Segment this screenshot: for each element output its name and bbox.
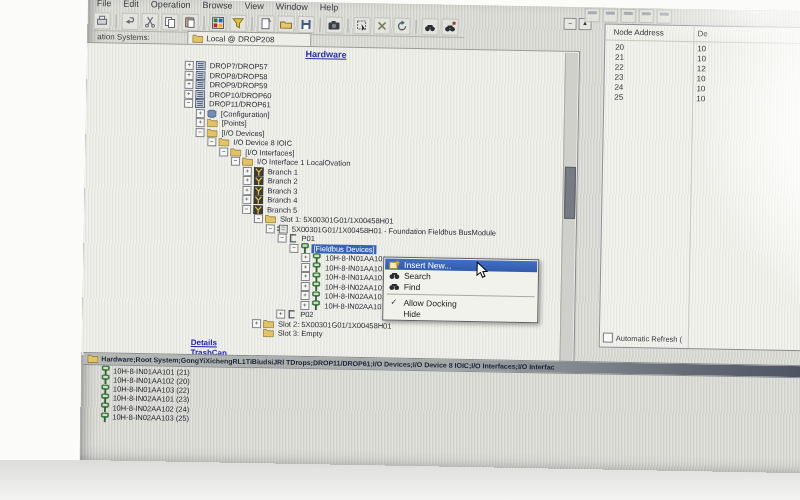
menu-operation[interactable]: Operation xyxy=(146,0,196,12)
select-icon[interactable] xyxy=(353,17,370,34)
expand-toggle[interactable]: − xyxy=(266,224,275,233)
expand-toggle[interactable]: + xyxy=(185,61,194,70)
expand-toggle[interactable]: − xyxy=(207,137,216,146)
automatic-refresh-label: Automatic Refresh ( xyxy=(616,333,682,343)
cut-icon[interactable] xyxy=(141,13,158,30)
expand-toggle[interactable]: + xyxy=(243,166,252,175)
expand-toggle[interactable]: − xyxy=(254,214,263,223)
expand-toggle[interactable]: − xyxy=(278,234,287,243)
close-icon[interactable] xyxy=(621,9,636,23)
column-header-device[interactable]: De xyxy=(697,29,707,38)
folder-icon xyxy=(242,157,253,166)
node-row-0-col-1[interactable]: 10 xyxy=(697,44,706,53)
menu-browse[interactable]: Browse xyxy=(197,0,237,13)
hardware-path-panel: Hardware;Root System;GongYiXichengRL1TiB… xyxy=(80,352,800,475)
expand-toggle[interactable]: + xyxy=(301,272,310,281)
node-row-5-col-0[interactable]: 25 xyxy=(614,93,623,102)
pin-icon[interactable] xyxy=(657,9,672,23)
tree-row-label: P02 xyxy=(298,310,316,319)
menu-view[interactable]: View xyxy=(239,1,269,14)
menu-file[interactable]: File xyxy=(92,0,117,11)
tree-row-p01[interactable]: −P01 xyxy=(278,234,318,244)
expand-toggle[interactable]: − xyxy=(242,204,251,213)
details-link[interactable]: Details xyxy=(191,338,217,347)
tree-row-points[interactable]: +[Points] xyxy=(196,118,249,128)
tree-row-branch-3[interactable]: +Branch 3 xyxy=(242,185,299,195)
expand-toggle[interactable]: + xyxy=(252,319,261,328)
context-menu-item-find[interactable]: Find xyxy=(385,280,537,294)
new-icon[interactable] xyxy=(257,15,274,32)
filter-icon[interactable] xyxy=(229,15,246,32)
expand-toggle[interactable]: + xyxy=(301,281,310,290)
expand-toggle[interactable]: + xyxy=(184,89,193,98)
column-header-node-address[interactable]: Node Address xyxy=(613,28,663,38)
expand-toggle[interactable]: + xyxy=(300,300,309,309)
expand-toggle[interactable]: + xyxy=(184,80,193,89)
device-list-item-10h-8-in02aa103-25[interactable]: 10H-8-IN02AA103 (25) xyxy=(100,412,189,424)
node-row-2-col-1[interactable]: 12 xyxy=(697,64,706,73)
chart-icon[interactable] xyxy=(209,14,226,31)
dock-icon[interactable] xyxy=(639,9,654,23)
menu-help[interactable]: Help xyxy=(315,2,344,15)
tree-scrollbar-thumb[interactable] xyxy=(564,167,576,219)
expand-toggle[interactable]: + xyxy=(185,70,194,79)
node-row-4-col-0[interactable]: 24 xyxy=(614,83,623,92)
toolbar-separator xyxy=(115,14,116,28)
copy-icon[interactable] xyxy=(161,13,178,30)
expand-toggle[interactable]: + xyxy=(301,291,310,300)
pane-control-0[interactable]: – xyxy=(563,18,576,30)
node-row-3-col-1[interactable]: 10 xyxy=(697,74,706,83)
automatic-refresh-row: Automatic Refresh ( xyxy=(603,332,682,343)
restore-icon[interactable] xyxy=(603,8,618,22)
folder-icon xyxy=(192,34,203,43)
expand-toggle[interactable]: + xyxy=(301,262,310,271)
open-icon[interactable] xyxy=(277,15,294,32)
expand-toggle[interactable]: + xyxy=(196,108,205,117)
column-separator xyxy=(688,26,695,348)
node-row-5-col-1[interactable]: 10 xyxy=(696,94,705,103)
expand-toggle[interactable]: − xyxy=(219,147,228,156)
expand-toggle[interactable]: + xyxy=(196,118,205,127)
folder-icon xyxy=(265,214,276,223)
expand-toggle[interactable]: + xyxy=(242,195,251,204)
expand-toggle[interactable]: + xyxy=(243,176,252,185)
tree-row-label: 10H-8-IN01AA103 xyxy=(323,272,388,282)
expand-toggle[interactable]: − xyxy=(184,99,193,108)
tree-row-branch-5[interactable]: −Branch 5 xyxy=(242,204,299,214)
paste-icon[interactable] xyxy=(181,14,198,31)
print-icon[interactable] xyxy=(93,12,110,29)
expand-toggle[interactable]: + xyxy=(242,185,251,194)
delete-icon[interactable] xyxy=(373,17,390,34)
tree-row-branch-4[interactable]: +Branch 4 xyxy=(242,195,299,205)
menu-edit[interactable]: Edit xyxy=(118,0,144,11)
dropdown-icon[interactable] xyxy=(585,8,600,22)
node-row-4-col-1[interactable]: 10 xyxy=(696,84,705,93)
node-row-1-col-0[interactable]: 21 xyxy=(615,53,624,62)
expand-toggle[interactable]: − xyxy=(195,127,204,136)
tree-row-slot-3-empty[interactable]: Slot 3: Empty xyxy=(252,328,325,338)
node-row-3-col-0[interactable]: 23 xyxy=(615,73,624,82)
node-row-2-col-0[interactable]: 22 xyxy=(615,63,624,72)
save-icon[interactable] xyxy=(297,16,314,33)
menu-window[interactable]: Window xyxy=(271,1,313,14)
find-icon[interactable] xyxy=(421,18,438,35)
branch-icon xyxy=(253,195,263,204)
expand-toggle[interactable]: + xyxy=(301,253,310,262)
tree-row-i-o-devices[interactable]: −[I/O Devices] xyxy=(195,127,266,137)
tree-scrollbar[interactable] xyxy=(559,53,578,363)
node-row-0-col-0[interactable]: 20 xyxy=(615,43,624,52)
undo-icon[interactable] xyxy=(121,13,138,30)
node-row-1-col-1[interactable]: 10 xyxy=(697,54,706,63)
find-next-icon[interactable] xyxy=(441,18,458,35)
mouse-cursor xyxy=(476,261,489,283)
expand-toggle[interactable]: − xyxy=(289,243,298,252)
tree-row-p02[interactable]: +P02 xyxy=(276,310,316,320)
automatic-refresh-checkbox[interactable] xyxy=(603,332,613,342)
refresh-icon[interactable] xyxy=(393,18,410,35)
expand-toggle[interactable]: + xyxy=(276,310,285,319)
tree-row-branch-1[interactable]: +Branch 1 xyxy=(243,166,300,176)
context-menu-item-hide[interactable]: Hide xyxy=(384,307,536,321)
expand-toggle[interactable]: − xyxy=(231,157,240,166)
camera-icon[interactable] xyxy=(325,16,342,33)
tree-row-branch-2[interactable]: +Branch 2 xyxy=(243,176,300,186)
